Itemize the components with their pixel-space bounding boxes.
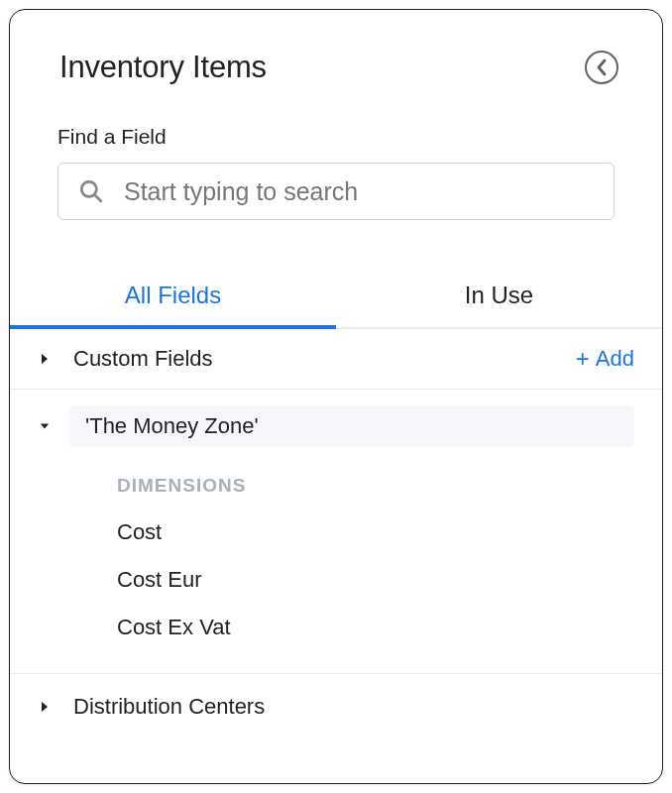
search-label: Find a Field <box>57 125 615 149</box>
plus-icon: + <box>576 345 590 373</box>
tab-in-use[interactable]: In Use <box>336 266 662 327</box>
add-custom-field-button[interactable]: + Add <box>576 345 634 373</box>
search-icon <box>78 178 104 204</box>
collapse-button[interactable] <box>585 51 618 84</box>
caret-down-icon <box>38 419 52 433</box>
panel-header: Inventory Items <box>10 50 662 85</box>
chevron-left-icon <box>596 58 608 76</box>
section-money-zone[interactable]: 'The Money Zone' <box>10 394 662 459</box>
section-label: Distribution Centers <box>73 694 634 720</box>
group-title-wrap: 'The Money Zone' <box>69 405 634 447</box>
section-distribution-centers[interactable]: Distribution Centers <box>10 673 662 736</box>
svg-line-1 <box>94 194 100 200</box>
search-section: Find a Field <box>10 125 662 220</box>
dimension-item[interactable]: Cost <box>10 509 662 556</box>
dimension-item[interactable]: Cost Ex Vat <box>10 604 662 651</box>
search-input[interactable] <box>124 177 594 206</box>
tabs: All Fields In Use <box>10 266 662 329</box>
dimension-item[interactable]: Cost Eur <box>10 556 662 604</box>
add-label: Add <box>596 346 634 372</box>
tab-all-fields[interactable]: All Fields <box>10 266 336 327</box>
caret-right-icon <box>38 700 52 714</box>
field-picker-panel: Inventory Items Find a Field All Fields … <box>9 9 663 784</box>
dimensions-heading: DIMENSIONS <box>10 459 662 509</box>
panel-title: Inventory Items <box>59 50 267 85</box>
section-custom-fields[interactable]: Custom Fields + Add <box>10 329 662 390</box>
group-title: 'The Money Zone' <box>85 413 259 438</box>
section-label: Custom Fields <box>73 346 576 372</box>
search-box[interactable] <box>57 163 615 220</box>
caret-right-icon <box>38 352 52 366</box>
